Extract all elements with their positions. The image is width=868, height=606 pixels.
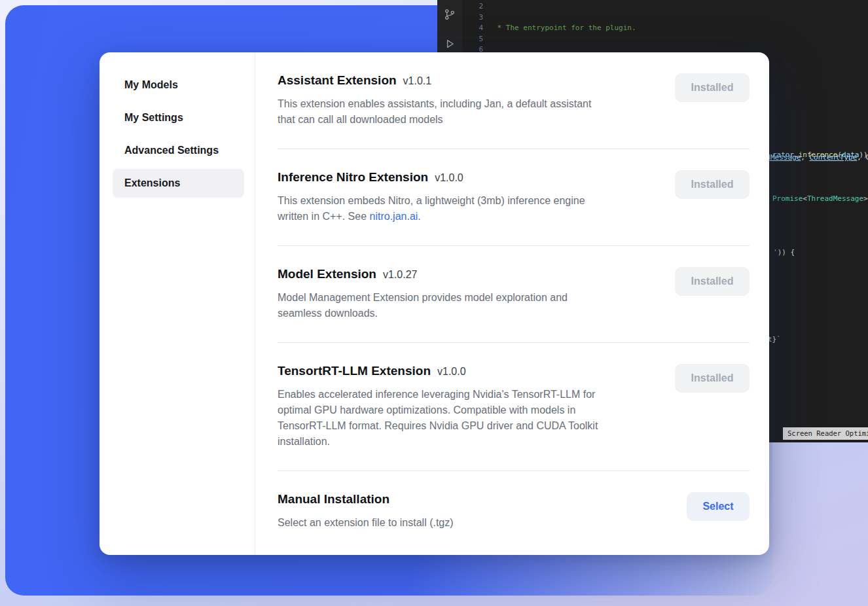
extension-info: Manual Installation Select an extension … xyxy=(278,492,454,531)
run-icon xyxy=(444,38,456,50)
extension-title-row: Inference Nitro Extension v1.0.0 xyxy=(278,170,585,185)
installed-button-model[interactable]: Installed xyxy=(675,267,750,296)
extension-version: v1.0.1 xyxy=(403,75,432,87)
code-fragment: ')) { xyxy=(773,247,795,258)
settings-sidebar: My Models My Settings Advanced Settings … xyxy=(99,52,255,555)
manual-installation-row: Manual Installation Select an extension … xyxy=(278,471,750,552)
page-background: 2 3 4 5 6 * The entrypoint for the plugi… xyxy=(0,0,868,606)
extension-info: TensortRT-LLM Extension v1.0.0 Enables a… xyxy=(278,364,598,450)
extension-title-row: TensortRT-LLM Extension v1.0.0 xyxy=(278,364,598,378)
extension-version: v1.0.27 xyxy=(383,269,417,281)
extension-info: Model Extension v1.0.27 Model Management… xyxy=(278,267,568,321)
extension-description: This extension enables assistants, inclu… xyxy=(278,96,591,128)
extension-title: TensortRT-LLM Extension xyxy=(278,364,431,378)
extension-title-row: Model Extension v1.0.27 xyxy=(278,267,568,281)
select-file-button[interactable]: Select xyxy=(687,492,750,521)
installed-button-nitro[interactable]: Installed xyxy=(675,170,750,199)
sidebar-item-my-models[interactable]: My Models xyxy=(113,71,244,99)
extension-row-assistant: Assistant Extension v1.0.1 This extensio… xyxy=(278,52,750,149)
extension-description: Select an extension file to install (.tg… xyxy=(278,515,454,531)
extension-version: v1.0.0 xyxy=(437,366,466,378)
settings-modal: My Models My Settings Advanced Settings … xyxy=(99,52,769,555)
extension-description: This extension embeds Nitro, a lightweig… xyxy=(278,193,585,224)
code-fragment: t}` xyxy=(768,334,781,346)
extension-info: Inference Nitro Extension v1.0.0 This ex… xyxy=(278,170,585,224)
screen-reader-chip: Screen Reader Optimized xyxy=(783,427,868,440)
sidebar-item-my-settings[interactable]: My Settings xyxy=(113,103,244,132)
extension-title: Manual Installation xyxy=(278,492,389,507)
line-numbers: 2 3 4 5 6 xyxy=(462,1,483,56)
code-fragment: rator.inference(data)); xyxy=(772,150,868,161)
source-control-icon xyxy=(444,9,456,20)
description-text: This extension embeds Nitro, a lightweig… xyxy=(278,195,585,222)
installed-button-assistant[interactable]: Installed xyxy=(675,73,750,102)
extension-row-nitro: Inference Nitro Extension v1.0.0 This ex… xyxy=(278,149,750,246)
extension-title: Inference Nitro Extension xyxy=(278,170,428,185)
extension-title: Model Extension xyxy=(278,267,376,281)
code-fragment: Promise<ThreadMessage> xyxy=(772,194,868,205)
extension-version: v1.0.0 xyxy=(435,172,463,184)
nitro-jan-ai-link[interactable]: nitro.jan.ai. xyxy=(370,211,421,222)
extension-row-model: Model Extension v1.0.27 Model Management… xyxy=(278,246,750,343)
extension-description: Enables accelerated inference leveraging… xyxy=(278,387,598,450)
extension-description: Model Management Extension provides mode… xyxy=(278,290,568,321)
extension-title-row: Manual Installation xyxy=(278,492,454,507)
extension-row-tensorrt: TensortRT-LLM Extension v1.0.0 Enables a… xyxy=(278,343,750,471)
sidebar-item-advanced-settings[interactable]: Advanced Settings xyxy=(113,136,244,165)
code-line: * The entrypoint for the plugin. xyxy=(493,23,868,34)
installed-button-tensorrt[interactable]: Installed xyxy=(675,364,750,393)
extension-title: Assistant Extension xyxy=(278,73,397,88)
extension-title-row: Assistant Extension v1.0.1 xyxy=(278,73,591,88)
sidebar-item-extensions[interactable]: Extensions xyxy=(113,169,244,198)
extension-info: Assistant Extension v1.0.1 This extensio… xyxy=(278,73,591,128)
extensions-list: Assistant Extension v1.0.1 This extensio… xyxy=(255,52,769,555)
